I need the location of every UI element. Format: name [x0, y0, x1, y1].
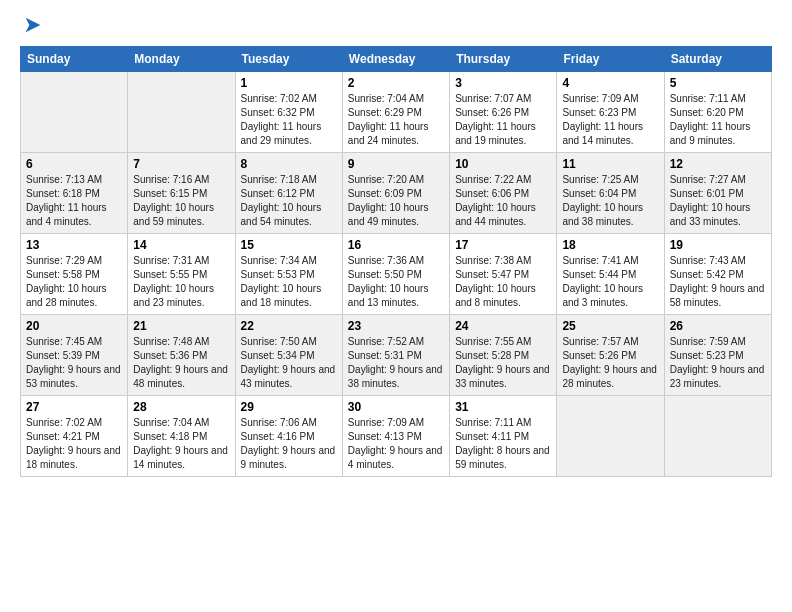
day-info: Sunrise: 7:11 AM Sunset: 6:20 PM Dayligh… [670, 92, 766, 148]
day-info: Sunrise: 7:43 AM Sunset: 5:42 PM Dayligh… [670, 254, 766, 310]
day-number: 27 [26, 400, 122, 414]
day-info: Sunrise: 7:18 AM Sunset: 6:12 PM Dayligh… [241, 173, 337, 229]
day-info: Sunrise: 7:48 AM Sunset: 5:36 PM Dayligh… [133, 335, 229, 391]
calendar-cell: 2Sunrise: 7:04 AM Sunset: 6:29 PM Daylig… [342, 72, 449, 153]
day-info: Sunrise: 7:57 AM Sunset: 5:26 PM Dayligh… [562, 335, 658, 391]
column-header-monday: Monday [128, 47, 235, 72]
day-number: 15 [241, 238, 337, 252]
day-number: 20 [26, 319, 122, 333]
day-info: Sunrise: 7:31 AM Sunset: 5:55 PM Dayligh… [133, 254, 229, 310]
day-number: 30 [348, 400, 444, 414]
day-number: 23 [348, 319, 444, 333]
day-info: Sunrise: 7:45 AM Sunset: 5:39 PM Dayligh… [26, 335, 122, 391]
day-info: Sunrise: 7:22 AM Sunset: 6:06 PM Dayligh… [455, 173, 551, 229]
day-number: 12 [670, 157, 766, 171]
day-number: 11 [562, 157, 658, 171]
day-info: Sunrise: 7:04 AM Sunset: 6:29 PM Dayligh… [348, 92, 444, 148]
page: SundayMondayTuesdayWednesdayThursdayFrid… [0, 0, 792, 493]
day-number: 2 [348, 76, 444, 90]
day-info: Sunrise: 7:34 AM Sunset: 5:53 PM Dayligh… [241, 254, 337, 310]
day-number: 4 [562, 76, 658, 90]
calendar-header-row: SundayMondayTuesdayWednesdayThursdayFrid… [21, 47, 772, 72]
calendar-week-row: 27Sunrise: 7:02 AM Sunset: 4:21 PM Dayli… [21, 396, 772, 477]
calendar-cell: 24Sunrise: 7:55 AM Sunset: 5:28 PM Dayli… [450, 315, 557, 396]
calendar-cell: 27Sunrise: 7:02 AM Sunset: 4:21 PM Dayli… [21, 396, 128, 477]
calendar-cell: 11Sunrise: 7:25 AM Sunset: 6:04 PM Dayli… [557, 153, 664, 234]
day-number: 13 [26, 238, 122, 252]
day-number: 22 [241, 319, 337, 333]
calendar-week-row: 20Sunrise: 7:45 AM Sunset: 5:39 PM Dayli… [21, 315, 772, 396]
calendar-week-row: 6Sunrise: 7:13 AM Sunset: 6:18 PM Daylig… [21, 153, 772, 234]
day-info: Sunrise: 7:13 AM Sunset: 6:18 PM Dayligh… [26, 173, 122, 229]
day-info: Sunrise: 7:25 AM Sunset: 6:04 PM Dayligh… [562, 173, 658, 229]
calendar-cell [128, 72, 235, 153]
day-number: 24 [455, 319, 551, 333]
day-number: 5 [670, 76, 766, 90]
calendar-table: SundayMondayTuesdayWednesdayThursdayFrid… [20, 46, 772, 477]
day-info: Sunrise: 7:09 AM Sunset: 6:23 PM Dayligh… [562, 92, 658, 148]
day-number: 31 [455, 400, 551, 414]
day-info: Sunrise: 7:27 AM Sunset: 6:01 PM Dayligh… [670, 173, 766, 229]
calendar-cell: 18Sunrise: 7:41 AM Sunset: 5:44 PM Dayli… [557, 234, 664, 315]
calendar-cell: 3Sunrise: 7:07 AM Sunset: 6:26 PM Daylig… [450, 72, 557, 153]
day-info: Sunrise: 7:20 AM Sunset: 6:09 PM Dayligh… [348, 173, 444, 229]
calendar-cell: 5Sunrise: 7:11 AM Sunset: 6:20 PM Daylig… [664, 72, 771, 153]
calendar-cell: 21Sunrise: 7:48 AM Sunset: 5:36 PM Dayli… [128, 315, 235, 396]
calendar-cell: 7Sunrise: 7:16 AM Sunset: 6:15 PM Daylig… [128, 153, 235, 234]
day-number: 3 [455, 76, 551, 90]
column-header-saturday: Saturday [664, 47, 771, 72]
logo [20, 16, 44, 36]
column-header-thursday: Thursday [450, 47, 557, 72]
day-number: 19 [670, 238, 766, 252]
calendar-cell: 22Sunrise: 7:50 AM Sunset: 5:34 PM Dayli… [235, 315, 342, 396]
calendar-cell: 13Sunrise: 7:29 AM Sunset: 5:58 PM Dayli… [21, 234, 128, 315]
calendar-cell: 12Sunrise: 7:27 AM Sunset: 6:01 PM Dayli… [664, 153, 771, 234]
day-number: 8 [241, 157, 337, 171]
calendar-cell: 25Sunrise: 7:57 AM Sunset: 5:26 PM Dayli… [557, 315, 664, 396]
day-info: Sunrise: 7:50 AM Sunset: 5:34 PM Dayligh… [241, 335, 337, 391]
day-info: Sunrise: 7:07 AM Sunset: 6:26 PM Dayligh… [455, 92, 551, 148]
day-number: 26 [670, 319, 766, 333]
day-number: 18 [562, 238, 658, 252]
day-number: 17 [455, 238, 551, 252]
day-number: 25 [562, 319, 658, 333]
day-info: Sunrise: 7:09 AM Sunset: 4:13 PM Dayligh… [348, 416, 444, 472]
day-info: Sunrise: 7:29 AM Sunset: 5:58 PM Dayligh… [26, 254, 122, 310]
calendar-cell: 20Sunrise: 7:45 AM Sunset: 5:39 PM Dayli… [21, 315, 128, 396]
logo-arrow-icon [22, 14, 44, 36]
calendar-week-row: 13Sunrise: 7:29 AM Sunset: 5:58 PM Dayli… [21, 234, 772, 315]
day-number: 9 [348, 157, 444, 171]
calendar-cell: 29Sunrise: 7:06 AM Sunset: 4:16 PM Dayli… [235, 396, 342, 477]
day-info: Sunrise: 7:38 AM Sunset: 5:47 PM Dayligh… [455, 254, 551, 310]
day-info: Sunrise: 7:59 AM Sunset: 5:23 PM Dayligh… [670, 335, 766, 391]
day-number: 28 [133, 400, 229, 414]
calendar-cell: 16Sunrise: 7:36 AM Sunset: 5:50 PM Dayli… [342, 234, 449, 315]
column-header-wednesday: Wednesday [342, 47, 449, 72]
day-info: Sunrise: 7:55 AM Sunset: 5:28 PM Dayligh… [455, 335, 551, 391]
column-header-friday: Friday [557, 47, 664, 72]
day-info: Sunrise: 7:16 AM Sunset: 6:15 PM Dayligh… [133, 173, 229, 229]
calendar-week-row: 1Sunrise: 7:02 AM Sunset: 6:32 PM Daylig… [21, 72, 772, 153]
day-info: Sunrise: 7:06 AM Sunset: 4:16 PM Dayligh… [241, 416, 337, 472]
calendar-cell: 1Sunrise: 7:02 AM Sunset: 6:32 PM Daylig… [235, 72, 342, 153]
calendar-cell: 31Sunrise: 7:11 AM Sunset: 4:11 PM Dayli… [450, 396, 557, 477]
calendar-cell [557, 396, 664, 477]
day-number: 29 [241, 400, 337, 414]
day-info: Sunrise: 7:52 AM Sunset: 5:31 PM Dayligh… [348, 335, 444, 391]
svg-marker-0 [26, 18, 41, 33]
calendar-cell: 17Sunrise: 7:38 AM Sunset: 5:47 PM Dayli… [450, 234, 557, 315]
day-number: 14 [133, 238, 229, 252]
calendar-cell: 28Sunrise: 7:04 AM Sunset: 4:18 PM Dayli… [128, 396, 235, 477]
calendar-cell: 23Sunrise: 7:52 AM Sunset: 5:31 PM Dayli… [342, 315, 449, 396]
calendar-cell: 15Sunrise: 7:34 AM Sunset: 5:53 PM Dayli… [235, 234, 342, 315]
calendar-cell: 30Sunrise: 7:09 AM Sunset: 4:13 PM Dayli… [342, 396, 449, 477]
calendar-cell: 14Sunrise: 7:31 AM Sunset: 5:55 PM Dayli… [128, 234, 235, 315]
calendar-cell: 6Sunrise: 7:13 AM Sunset: 6:18 PM Daylig… [21, 153, 128, 234]
day-number: 21 [133, 319, 229, 333]
day-info: Sunrise: 7:04 AM Sunset: 4:18 PM Dayligh… [133, 416, 229, 472]
day-info: Sunrise: 7:11 AM Sunset: 4:11 PM Dayligh… [455, 416, 551, 472]
calendar-cell [664, 396, 771, 477]
column-header-sunday: Sunday [21, 47, 128, 72]
day-number: 1 [241, 76, 337, 90]
calendar-cell: 26Sunrise: 7:59 AM Sunset: 5:23 PM Dayli… [664, 315, 771, 396]
